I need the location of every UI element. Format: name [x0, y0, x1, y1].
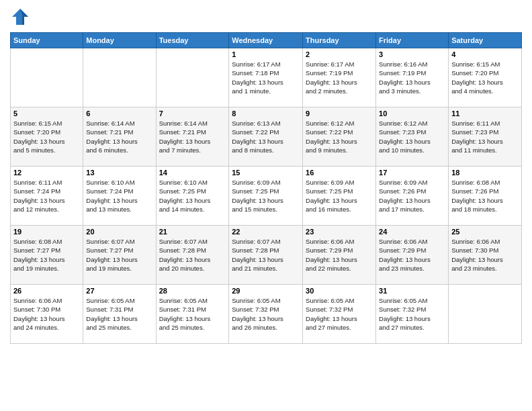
- calendar-cell: 16Sunrise: 6:09 AMSunset: 7:25 PMDayligh…: [303, 167, 376, 226]
- weekday-header-tuesday: Tuesday: [156, 33, 229, 48]
- day-number: 5: [13, 109, 80, 118]
- page: SundayMondayTuesdayWednesdayThursdayFrid…: [0, 0, 532, 411]
- calendar-cell: 24Sunrise: 6:06 AMSunset: 7:29 PMDayligh…: [376, 226, 449, 285]
- calendar-cell: 5Sunrise: 6:15 AMSunset: 7:20 PMDaylight…: [11, 107, 83, 167]
- day-number: 9: [306, 109, 373, 118]
- day-info: Sunrise: 6:06 AMSunset: 7:30 PMDaylight:…: [451, 237, 519, 273]
- calendar-cell: 4Sunrise: 6:15 AMSunset: 7:20 PMDaylight…: [449, 48, 522, 107]
- day-info: Sunrise: 6:09 AMSunset: 7:25 PMDaylight:…: [306, 178, 373, 214]
- calendar-cell: 31Sunrise: 6:05 AMSunset: 7:32 PMDayligh…: [376, 285, 449, 344]
- day-info: Sunrise: 6:17 AMSunset: 7:19 PMDaylight:…: [306, 60, 373, 95]
- calendar-cell: [83, 48, 156, 107]
- day-info: Sunrise: 6:07 AMSunset: 7:27 PMDaylight:…: [86, 237, 152, 273]
- day-info: Sunrise: 6:15 AMSunset: 7:20 PMDaylight:…: [13, 119, 80, 154]
- day-number: 19: [13, 228, 80, 236]
- calendar-cell: 19Sunrise: 6:08 AMSunset: 7:27 PMDayligh…: [11, 226, 83, 285]
- day-number: 18: [451, 169, 519, 177]
- day-number: 10: [379, 109, 445, 118]
- day-info: Sunrise: 6:15 AMSunset: 7:20 PMDaylight:…: [451, 60, 519, 95]
- calendar-cell: 28Sunrise: 6:05 AMSunset: 7:31 PMDayligh…: [156, 285, 229, 344]
- calendar-cell: 11Sunrise: 6:11 AMSunset: 7:23 PMDayligh…: [449, 107, 522, 167]
- day-number: 8: [232, 109, 300, 118]
- calendar-cell: 29Sunrise: 6:05 AMSunset: 7:32 PMDayligh…: [229, 285, 303, 344]
- day-info: Sunrise: 6:10 AMSunset: 7:25 PMDaylight:…: [159, 178, 226, 214]
- week-row-4: 19Sunrise: 6:08 AMSunset: 7:27 PMDayligh…: [11, 226, 522, 285]
- weekday-header-saturday: Saturday: [449, 33, 522, 48]
- calendar-cell: 20Sunrise: 6:07 AMSunset: 7:27 PMDayligh…: [83, 226, 156, 285]
- day-number: 15: [232, 169, 300, 177]
- day-info: Sunrise: 6:11 AMSunset: 7:24 PMDaylight:…: [13, 178, 80, 214]
- day-info: Sunrise: 6:10 AMSunset: 7:24 PMDaylight:…: [86, 178, 152, 214]
- calendar-cell: 12Sunrise: 6:11 AMSunset: 7:24 PMDayligh…: [11, 167, 83, 226]
- calendar-cell: 9Sunrise: 6:12 AMSunset: 7:22 PMDaylight…: [303, 107, 376, 167]
- calendar-cell: 21Sunrise: 6:07 AMSunset: 7:28 PMDayligh…: [156, 226, 229, 285]
- day-info: Sunrise: 6:09 AMSunset: 7:26 PMDaylight:…: [379, 178, 445, 214]
- day-info: Sunrise: 6:12 AMSunset: 7:23 PMDaylight:…: [379, 119, 445, 154]
- day-info: Sunrise: 6:14 AMSunset: 7:21 PMDaylight:…: [86, 119, 152, 154]
- day-info: Sunrise: 6:17 AMSunset: 7:18 PMDaylight:…: [232, 60, 300, 95]
- day-number: 2: [306, 50, 373, 58]
- day-info: Sunrise: 6:07 AMSunset: 7:28 PMDaylight:…: [232, 237, 300, 273]
- day-info: Sunrise: 6:05 AMSunset: 7:31 PMDaylight:…: [86, 296, 152, 332]
- logo: [10, 7, 33, 27]
- day-number: 26: [13, 287, 80, 295]
- day-number: 21: [159, 228, 226, 236]
- calendar-cell: 17Sunrise: 6:09 AMSunset: 7:26 PMDayligh…: [376, 167, 449, 226]
- day-number: 13: [86, 169, 152, 177]
- day-number: 28: [159, 287, 226, 295]
- week-row-1: 1Sunrise: 6:17 AMSunset: 7:18 PMDaylight…: [11, 48, 522, 107]
- day-number: 16: [306, 169, 373, 177]
- calendar-cell: 18Sunrise: 6:08 AMSunset: 7:26 PMDayligh…: [449, 167, 522, 226]
- calendar-cell: 30Sunrise: 6:05 AMSunset: 7:32 PMDayligh…: [303, 285, 376, 344]
- weekday-header-wednesday: Wednesday: [229, 33, 303, 48]
- week-row-3: 12Sunrise: 6:11 AMSunset: 7:24 PMDayligh…: [11, 167, 522, 226]
- week-row-5: 26Sunrise: 6:06 AMSunset: 7:30 PMDayligh…: [11, 285, 522, 344]
- day-number: 11: [451, 109, 519, 118]
- logo-icon: [10, 7, 30, 27]
- calendar-cell: 13Sunrise: 6:10 AMSunset: 7:24 PMDayligh…: [83, 167, 156, 226]
- day-info: Sunrise: 6:07 AMSunset: 7:28 PMDaylight:…: [159, 237, 226, 273]
- header: [10, 7, 522, 27]
- calendar-cell: 14Sunrise: 6:10 AMSunset: 7:25 PMDayligh…: [156, 167, 229, 226]
- calendar-cell: [449, 285, 522, 344]
- day-number: 3: [379, 50, 445, 58]
- day-info: Sunrise: 6:06 AMSunset: 7:30 PMDaylight:…: [13, 296, 80, 332]
- day-info: Sunrise: 6:05 AMSunset: 7:32 PMDaylight:…: [379, 296, 445, 332]
- day-number: 4: [451, 50, 519, 58]
- day-number: 1: [232, 50, 300, 58]
- day-info: Sunrise: 6:06 AMSunset: 7:29 PMDaylight:…: [379, 237, 445, 273]
- day-info: Sunrise: 6:09 AMSunset: 7:25 PMDaylight:…: [232, 178, 300, 214]
- calendar-cell: 6Sunrise: 6:14 AMSunset: 7:21 PMDaylight…: [83, 107, 156, 167]
- day-number: 24: [379, 228, 445, 236]
- week-row-2: 5Sunrise: 6:15 AMSunset: 7:20 PMDaylight…: [11, 107, 522, 167]
- calendar-cell: 15Sunrise: 6:09 AMSunset: 7:25 PMDayligh…: [229, 167, 303, 226]
- day-number: 20: [86, 228, 152, 236]
- day-number: 25: [451, 228, 519, 236]
- day-number: 29: [232, 287, 300, 295]
- calendar-cell: 23Sunrise: 6:06 AMSunset: 7:29 PMDayligh…: [303, 226, 376, 285]
- day-number: 27: [86, 287, 152, 295]
- calendar-cell: [156, 48, 229, 107]
- calendar-table: SundayMondayTuesdayWednesdayThursdayFrid…: [10, 32, 522, 344]
- day-number: 30: [306, 287, 373, 295]
- weekday-header-friday: Friday: [376, 33, 449, 48]
- day-info: Sunrise: 6:16 AMSunset: 7:19 PMDaylight:…: [379, 60, 445, 95]
- day-info: Sunrise: 6:14 AMSunset: 7:21 PMDaylight:…: [159, 119, 226, 154]
- weekday-header-row: SundayMondayTuesdayWednesdayThursdayFrid…: [11, 33, 522, 48]
- calendar-cell: 22Sunrise: 6:07 AMSunset: 7:28 PMDayligh…: [229, 226, 303, 285]
- day-number: 6: [86, 109, 152, 118]
- day-info: Sunrise: 6:12 AMSunset: 7:22 PMDaylight:…: [306, 119, 373, 154]
- calendar-cell: 2Sunrise: 6:17 AMSunset: 7:19 PMDaylight…: [303, 48, 376, 107]
- day-number: 23: [306, 228, 373, 236]
- day-info: Sunrise: 6:08 AMSunset: 7:27 PMDaylight:…: [13, 237, 80, 273]
- day-info: Sunrise: 6:11 AMSunset: 7:23 PMDaylight:…: [451, 119, 519, 154]
- calendar-cell: 27Sunrise: 6:05 AMSunset: 7:31 PMDayligh…: [83, 285, 156, 344]
- day-info: Sunrise: 6:13 AMSunset: 7:22 PMDaylight:…: [232, 119, 300, 154]
- calendar-cell: [11, 48, 83, 107]
- calendar-cell: 7Sunrise: 6:14 AMSunset: 7:21 PMDaylight…: [156, 107, 229, 167]
- day-info: Sunrise: 6:06 AMSunset: 7:29 PMDaylight:…: [306, 237, 373, 273]
- day-info: Sunrise: 6:08 AMSunset: 7:26 PMDaylight:…: [451, 178, 519, 214]
- calendar-cell: 25Sunrise: 6:06 AMSunset: 7:30 PMDayligh…: [449, 226, 522, 285]
- weekday-header-monday: Monday: [83, 33, 156, 48]
- day-info: Sunrise: 6:05 AMSunset: 7:31 PMDaylight:…: [159, 296, 226, 332]
